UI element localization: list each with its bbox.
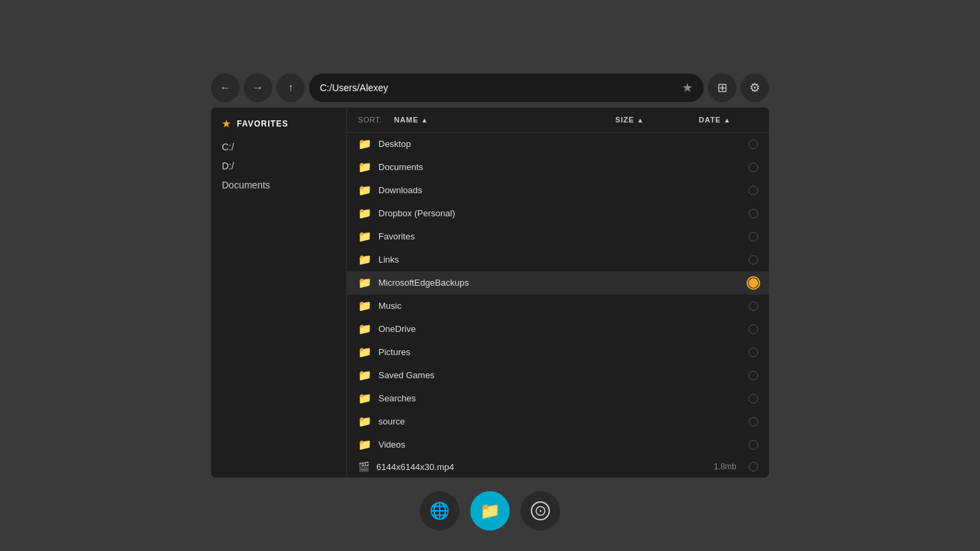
folder-icon: 📁 xyxy=(358,161,372,173)
file-name: MicrosoftEdgeBackups xyxy=(378,278,742,288)
sidebar-item-documents[interactable]: Documents xyxy=(211,176,346,195)
sort-label: SORT: xyxy=(358,116,382,124)
sort-date-button[interactable]: DATE ▲ xyxy=(695,114,735,125)
up-icon: ↑ xyxy=(288,82,293,94)
file-name: Downloads xyxy=(378,185,742,195)
file-row[interactable]: 📁 OneDrive xyxy=(347,318,769,341)
folder-icon: 📁 xyxy=(480,501,500,520)
address-text: C:/Users/Alexey xyxy=(320,82,388,93)
sidebar-item-c[interactable]: C:/ xyxy=(211,137,346,156)
sidebar-item-d-label: D:/ xyxy=(222,161,234,171)
up-button[interactable]: ↑ xyxy=(276,73,305,102)
file-name: Favorites xyxy=(378,231,742,241)
folder-icon: 📁 xyxy=(358,299,372,312)
file-name: Music xyxy=(378,301,742,311)
file-row[interactable]: 📁 Downloads xyxy=(347,179,769,202)
sort-size-button[interactable]: SIZE ▲ xyxy=(611,114,649,125)
file-radio[interactable] xyxy=(749,278,758,288)
file-row[interactable]: 📁 source xyxy=(347,410,769,433)
sort-size-arrow: ▲ xyxy=(637,116,644,124)
forward-icon: → xyxy=(252,82,263,94)
forward-button[interactable]: → xyxy=(244,73,272,102)
grid-icon: ⊞ xyxy=(717,80,728,95)
bottom-dock: 🌐 📁 ⊙ xyxy=(420,491,560,531)
file-radio[interactable] xyxy=(749,371,758,380)
file-radio[interactable] xyxy=(749,348,758,357)
file-name: Pictures xyxy=(378,347,742,357)
sidebar-item-documents-label: Documents xyxy=(222,180,270,190)
favorites-star-icon: ★ xyxy=(222,118,231,129)
address-bar[interactable]: C:/Users/Alexey ★ xyxy=(309,73,704,102)
folder-icon: 📁 xyxy=(358,415,372,428)
file-list: 📁 Desktop 📁 Documents 📁 Downloads 📁 Drop… xyxy=(347,133,769,478)
folder-icon: 📁 xyxy=(358,230,372,243)
file-radio[interactable] xyxy=(749,163,758,172)
folder-icon: 📁 xyxy=(358,369,372,382)
target-icon: ⊙ xyxy=(531,501,550,520)
file-row[interactable]: 📁 MicrosoftEdgeBackups xyxy=(347,271,769,295)
file-row[interactable]: 📁 Videos xyxy=(347,433,769,456)
file-name: Desktop xyxy=(378,139,742,149)
file-name: Saved Games xyxy=(378,370,742,380)
file-radio[interactable] xyxy=(749,255,758,265)
grid-button[interactable]: ⊞ xyxy=(708,73,736,102)
file-name: 6144x6144x30.mp4 xyxy=(376,462,707,472)
file-name: OneDrive xyxy=(378,324,742,334)
file-name: Links xyxy=(378,254,742,265)
sidebar-item-d[interactable]: D:/ xyxy=(211,156,346,176)
file-row[interactable]: 🎬 6144x6144x30.mp4 1.8mb xyxy=(347,456,769,478)
sidebar-item-c-label: C:/ xyxy=(222,141,234,152)
file-radio[interactable] xyxy=(749,139,758,149)
file-radio[interactable] xyxy=(749,324,758,334)
folder-icon: 📁 xyxy=(358,184,372,197)
folder-button[interactable]: 📁 xyxy=(470,491,510,531)
file-radio[interactable] xyxy=(749,417,758,427)
back-icon: ← xyxy=(220,82,231,94)
folder-icon: 📁 xyxy=(358,346,372,358)
file-radio[interactable] xyxy=(749,186,758,195)
file-panel: SORT: NAME ▲ SIZE ▲ DATE ▲ xyxy=(347,107,769,478)
favorites-label: FAVORITES xyxy=(237,119,289,129)
file-name: source xyxy=(378,416,742,427)
folder-icon: 📁 xyxy=(358,392,372,405)
file-row[interactable]: 📁 Pictures xyxy=(347,341,769,364)
file-radio[interactable] xyxy=(749,462,758,471)
file-row[interactable]: 📁 Links xyxy=(347,248,769,271)
folder-icon: 📁 xyxy=(358,207,372,220)
file-radio[interactable] xyxy=(749,440,758,450)
file-radio[interactable] xyxy=(749,301,758,311)
file-radio[interactable] xyxy=(749,209,758,218)
file-row[interactable]: 📁 Desktop xyxy=(347,133,769,156)
file-row[interactable]: 📁 Documents xyxy=(347,156,769,179)
target-button[interactable]: ⊙ xyxy=(521,491,560,531)
folder-icon: 📁 xyxy=(358,438,372,451)
globe-icon: 🌐 xyxy=(429,501,450,520)
folder-icon: 📁 xyxy=(358,322,372,335)
file-row[interactable]: 📁 Music xyxy=(347,295,769,318)
file-radio[interactable] xyxy=(749,394,758,403)
file-size: 1.8mb xyxy=(714,462,736,471)
video-icon: 🎬 xyxy=(358,461,370,472)
file-row[interactable]: 📁 Favorites xyxy=(347,225,769,248)
folder-icon: 📁 xyxy=(358,137,372,150)
sidebar: ★ FAVORITES C:/ D:/ Documents xyxy=(211,107,347,478)
sort-name-arrow: ▲ xyxy=(421,116,429,124)
sort-name-button[interactable]: NAME ▲ xyxy=(390,114,433,125)
file-row[interactable]: 📁 Searches xyxy=(347,387,769,410)
main-panel: ★ FAVORITES C:/ D:/ Documents SORT: NAME… xyxy=(211,107,769,478)
file-name: Searches xyxy=(378,393,742,403)
star-icon: ★ xyxy=(682,80,693,95)
sort-date-arrow: ▲ xyxy=(723,116,731,124)
globe-button[interactable]: 🌐 xyxy=(420,491,459,531)
file-row[interactable]: 📁 Dropbox (Personal) xyxy=(347,202,769,225)
folder-icon: 📁 xyxy=(358,253,372,266)
settings-button[interactable]: ⚙ xyxy=(740,73,769,102)
file-row[interactable]: 📁 Saved Games xyxy=(347,364,769,387)
file-name: Videos xyxy=(378,439,742,450)
toolbar: ← → ↑ C:/Users/Alexey ★ ⊞ ⚙ xyxy=(211,73,769,102)
favorites-header: ★ FAVORITES xyxy=(211,118,346,137)
file-name: Dropbox (Personal) xyxy=(378,208,742,218)
file-radio[interactable] xyxy=(749,232,758,241)
file-name: Documents xyxy=(378,162,742,172)
back-button[interactable]: ← xyxy=(211,73,240,102)
